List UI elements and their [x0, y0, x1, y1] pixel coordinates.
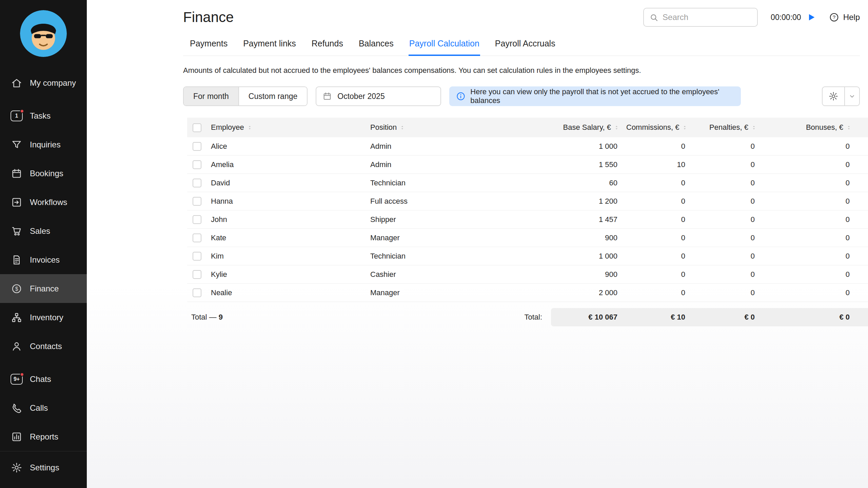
value-cell-total: 1 200 [854, 192, 868, 210]
row-checkbox[interactable] [193, 179, 201, 187]
position-cell: Admin [366, 137, 551, 156]
position-cell: Technician [366, 247, 551, 265]
sidebar-item-sales[interactable]: Sales [0, 217, 87, 245]
column-header-base-salary[interactable]: Base Salary, € [551, 118, 622, 137]
info-banner: Here you can view only the payroll that … [449, 86, 741, 106]
column-header-bonuses[interactable]: Bonuses, € [760, 118, 854, 137]
row-checkbox-cell [187, 265, 207, 284]
table-row-alice[interactable]: AliceAdmin1 0000001 000 [187, 137, 868, 156]
value-cell-penalties: 0 [690, 174, 760, 192]
tabs-bar: PaymentsPayment linksRefundsBalancesPayr… [183, 39, 860, 56]
value-cell-total: 60 [854, 174, 868, 192]
sidebar-item-finance[interactable]: $ Finance [0, 274, 87, 303]
workflow-icon [10, 196, 23, 209]
value-cell-commissions: 0 [622, 210, 690, 229]
help-button[interactable]: ? Help [829, 12, 860, 22]
notification-dot [20, 109, 24, 113]
for-month-toggle[interactable]: For month [184, 87, 239, 105]
notification-dot [20, 372, 24, 377]
table-row-kim[interactable]: KimTechnician1 0000001 000 [187, 247, 868, 265]
column-header-position[interactable]: Position [366, 118, 551, 137]
table-summary-row: Total — 9 Total: € 10 067 € 10 € 0 € 0 €… [187, 308, 868, 326]
table-settings-button[interactable] [823, 87, 844, 105]
sidebar-item-tasks[interactable]: 1 Tasks [0, 101, 87, 130]
value-cell-penalties: 0 [690, 210, 760, 229]
position-cell: Manager [366, 284, 551, 302]
employee-cell: Amelia [207, 156, 366, 174]
employee-cell: Kylie [207, 265, 366, 284]
sidebar-item-label: Sales [30, 226, 50, 236]
tab-payroll-accruals[interactable]: Payroll Accruals [494, 39, 556, 56]
row-checkbox[interactable] [193, 142, 201, 151]
search-input[interactable] [663, 13, 752, 22]
sidebar-item-invoices[interactable]: Invoices [0, 245, 87, 274]
value-cell-base-salary: 2 000 [551, 284, 622, 302]
sidebar-item-bookings[interactable]: Bookings [0, 159, 87, 188]
row-checkbox[interactable] [193, 270, 201, 279]
tab-payroll-calculation[interactable]: Payroll Calculation [409, 39, 480, 56]
column-header-penalties[interactable]: Penalties, € [690, 118, 760, 137]
table-row-nealie[interactable]: NealieManager2 0000002 000 [187, 284, 868, 302]
value-cell-penalties: 0 [690, 284, 760, 302]
sidebar-item-settings[interactable]: Settings [0, 451, 87, 484]
table-row-kylie[interactable]: KylieCashier900000900 [187, 265, 868, 284]
sidebar-item-workflows[interactable]: Workflows [0, 188, 87, 217]
value-cell-bonuses: 0 [760, 156, 854, 174]
tab-payment-links[interactable]: Payment links [242, 39, 297, 56]
table-row-hanna[interactable]: HannaFull access1 2000001 200 [187, 192, 868, 210]
sidebar-menu: My company 1 Tasks Inquiries Bookings Wo… [0, 68, 87, 484]
sidebar-item-calls[interactable]: Calls [0, 393, 87, 422]
row-checkbox[interactable] [193, 288, 201, 297]
timer: 00:00:00 [771, 13, 816, 22]
info-icon [456, 92, 466, 101]
topbar-right: 00:00:00 ? Help [643, 8, 860, 27]
value-cell-bonuses: 0 [760, 174, 854, 192]
row-checkbox[interactable] [193, 160, 201, 169]
contacts-icon [10, 340, 23, 353]
table-row-kate[interactable]: KateManager900000900 [187, 229, 868, 247]
table-row-john[interactable]: JohnShipper1 4570001 457 [187, 210, 868, 229]
column-header-employee[interactable]: Employee [207, 118, 366, 137]
value-cell-penalties: 0 [690, 247, 760, 265]
column-header-total[interactable]: Total, € [854, 118, 868, 137]
tab-balances[interactable]: Balances [358, 39, 394, 56]
sidebar-item-reports[interactable]: Reports [0, 422, 87, 451]
gear-icon [828, 91, 839, 101]
row-checkbox-cell [187, 156, 207, 174]
row-checkbox-cell [187, 284, 207, 302]
tab-refunds[interactable]: Refunds [311, 39, 344, 56]
timer-play-button[interactable] [807, 13, 816, 22]
sidebar-item-label: Finance [30, 284, 59, 293]
row-checkbox-cell [187, 210, 207, 229]
row-checkbox[interactable] [193, 252, 201, 261]
table-row-david[interactable]: DavidTechnician6000060 [187, 174, 868, 192]
table-header-row: EmployeePositionBase Salary, €Commission… [187, 118, 868, 137]
row-checkbox[interactable] [193, 215, 201, 224]
table-settings-chevron[interactable] [845, 87, 859, 105]
search-box[interactable] [643, 8, 758, 27]
employee-cell: Alice [207, 137, 366, 156]
sidebar-item-inquiries[interactable]: Inquiries [0, 130, 87, 159]
sidebar-item-inventory[interactable]: Inventory [0, 303, 87, 332]
sidebar-item-chats[interactable]: 9+ Chats [0, 365, 87, 393]
row-checkbox[interactable] [193, 233, 201, 242]
value-cell-base-salary: 1 000 [551, 137, 622, 156]
value-cell-total: 1 000 [854, 137, 868, 156]
avatar[interactable] [20, 10, 67, 57]
select-all-checkbox[interactable] [193, 123, 201, 132]
total-penalties: € 0 [690, 308, 760, 326]
help-icon: ? [829, 12, 839, 22]
position-cell: Technician [366, 174, 551, 192]
sidebar-item-label: Settings [30, 463, 59, 472]
value-cell-total: 900 [854, 229, 868, 247]
value-cell-base-salary: 1 200 [551, 192, 622, 210]
column-header-commissions[interactable]: Commissions, € [622, 118, 690, 137]
month-picker[interactable]: October 2025 [316, 86, 441, 106]
row-checkbox[interactable] [193, 197, 201, 206]
custom-range-toggle[interactable]: Custom range [239, 87, 307, 105]
tab-payments[interactable]: Payments [189, 39, 228, 56]
settings-icon [10, 461, 23, 474]
sidebar-item-contacts[interactable]: Contacts [0, 332, 87, 361]
sidebar-item-my-company[interactable]: My company [0, 68, 87, 97]
table-row-amelia[interactable]: AmeliaAdmin1 55010001 560 [187, 156, 868, 174]
